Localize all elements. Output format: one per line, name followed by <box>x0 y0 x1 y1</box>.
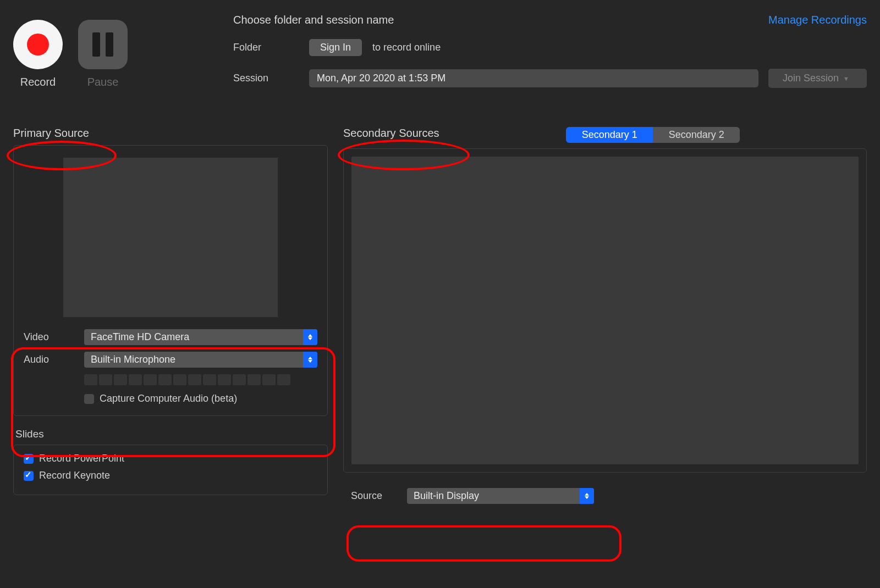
source-label: Source <box>351 490 397 502</box>
updown-icon <box>303 329 317 345</box>
video-select[interactable]: FaceTime HD Camera <box>84 329 317 345</box>
audio-select-value: Built-in Microphone <box>91 354 175 365</box>
audio-label: Audio <box>24 354 74 365</box>
folder-label: Folder <box>233 42 299 53</box>
record-powerpoint-label: Record PowerPoint <box>39 453 124 464</box>
page-title: Choose folder and session name <box>233 14 758 26</box>
slides-title: Slides <box>15 428 328 440</box>
capture-computer-audio-checkbox[interactable] <box>84 394 94 404</box>
secondary-tabs: Secondary 1 Secondary 2 <box>566 127 740 143</box>
source-select-value: Built-in Display <box>414 490 479 501</box>
pause-icon <box>92 32 113 57</box>
secondary-panel <box>343 148 867 473</box>
tab-secondary-2[interactable]: Secondary 2 <box>653 127 740 143</box>
video-label: Video <box>24 331 74 343</box>
primary-source-title: Primary Source <box>13 127 328 140</box>
chevron-down-icon: ▼ <box>843 75 849 82</box>
sign-in-button[interactable]: Sign In <box>309 39 362 56</box>
video-select-value: FaceTime HD Camera <box>91 331 189 342</box>
session-label: Session <box>233 73 299 84</box>
updown-icon <box>580 488 594 504</box>
join-session-button[interactable]: Join Session ▼ <box>768 69 867 88</box>
manage-recordings-link[interactable]: Manage Recordings <box>768 14 867 26</box>
record-powerpoint-checkbox[interactable] <box>24 454 34 464</box>
secondary-sources-title: Secondary Sources <box>343 127 439 140</box>
tab-secondary-1[interactable]: Secondary 1 <box>566 127 653 143</box>
source-select[interactable]: Built-in Display <box>407 488 594 504</box>
primary-preview <box>63 158 278 317</box>
record-label: Record <box>13 76 63 88</box>
record-keynote-label: Record Keynote <box>39 470 110 481</box>
record-button[interactable] <box>13 20 63 69</box>
record-keynote-checkbox[interactable] <box>24 471 34 481</box>
capture-computer-audio-label: Capture Computer Audio (beta) <box>100 393 237 404</box>
annotation-source-row <box>346 525 622 562</box>
audio-level-meter <box>84 374 317 385</box>
secondary-preview <box>351 157 859 464</box>
audio-select[interactable]: Built-in Microphone <box>84 352 317 368</box>
pause-label: Pause <box>78 76 128 88</box>
primary-panel: Video FaceTime HD Camera Audio Built-in … <box>13 145 328 416</box>
pause-button[interactable] <box>78 20 128 69</box>
session-input[interactable] <box>309 69 758 87</box>
folder-note: to record online <box>372 42 441 53</box>
record-icon <box>27 34 49 56</box>
updown-icon <box>303 352 317 368</box>
join-session-label: Join Session <box>783 73 839 84</box>
slides-panel: Record PowerPoint Record Keynote <box>13 445 328 495</box>
